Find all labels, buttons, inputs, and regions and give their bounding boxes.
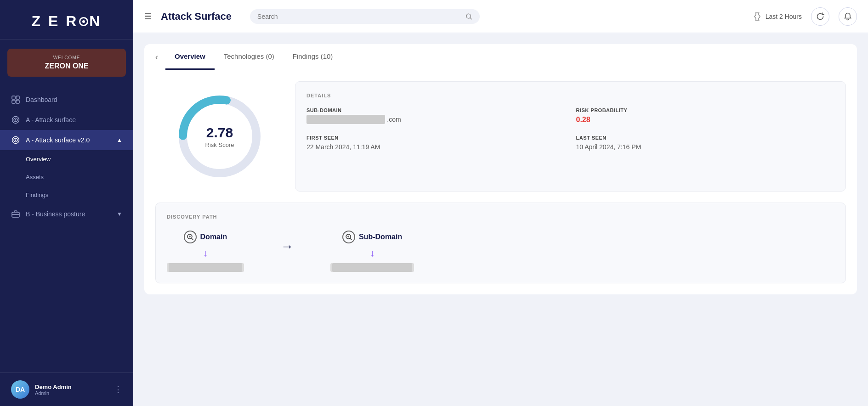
last-seen-label: LAST SEEN [576,135,835,141]
search-icon [465,13,472,20]
subdomain-node-header: Sub-Domain [342,231,402,243]
logo-icon [79,17,88,26]
header-right: Last 2 Hours [753,7,857,26]
domain-node-header: Domain [184,231,227,243]
donut-center: 2.78 Risk Score [205,125,234,148]
subdomain-node: Sub-Domain ↓ videosecurity.adityabhat.co… [330,231,414,272]
details-title: DETAILS [306,93,834,98]
sidebar: Z E R N WELCOME ZERON ONE Dashboard [0,0,133,406]
sidebar-item-dashboard[interactable]: Dashboard [0,90,133,110]
svg-rect-2 [12,100,15,103]
subdomain-value: adityabhat.adityabhat.com .com [306,116,565,123]
main-card: 2.78 Risk Score DETAILS SUB-DOMAIN adity… [144,70,857,294]
user-info: Demo Admin Admin [35,383,108,396]
overview-label: Overview [26,156,51,163]
svg-point-6 [15,119,17,121]
risk-score-label: Risk Score [205,141,234,148]
details-card: DETAILS SUB-DOMAIN adityabhat.adityabhat… [295,81,846,192]
refresh-button[interactable] [811,7,829,26]
svg-rect-0 [12,96,15,99]
donut-chart: 2.78 Risk Score [174,90,266,182]
risk-score-value: 2.78 [205,125,234,141]
avatar: DA [11,380,29,399]
subdomain-field: SUB-DOMAIN adityabhat.adityabhat.com .co… [306,107,565,124]
domain-node: Domain ↓ adityabhat.adityabhat.com [167,231,244,272]
discovery-section: DISCOVERY PATH [155,203,846,283]
welcome-name: ZERON ONE [15,62,119,70]
sidebar-item-business-posture[interactable]: B - Business posture ▼ [0,204,133,224]
welcome-label: WELCOME [15,55,119,60]
tab-findings[interactable]: Findings (10) [284,44,342,70]
sidebar-footer: DA Demo Admin Admin ⋮ [0,372,133,406]
attack-surface-label: A - Attack surface [26,116,76,124]
first-seen-field: FIRST SEEN 22 March 2024, 11:19 AM [306,135,565,151]
briefcase-icon [11,209,20,219]
bell-icon [844,12,852,21]
grid-icon [11,95,20,104]
target-icon-1 [11,115,20,124]
sidebar-item-assets[interactable]: Assets [0,168,133,186]
logo: Z E R N [32,13,102,30]
svg-rect-3 [16,100,19,103]
svg-point-9 [15,140,17,141]
search-bar[interactable] [250,9,480,24]
svg-line-21 [350,238,352,240]
welcome-box: WELCOME ZERON ONE [7,49,126,77]
path-arrow: → [281,239,294,254]
subdomain-arrow-down: ↓ [370,248,374,259]
search-input[interactable] [257,13,462,20]
risk-probability-value: 0.28 [576,116,835,124]
sidebar-item-findings[interactable]: Findings [0,186,133,204]
dashboard-label: Dashboard [26,96,57,103]
logo-area: Z E R N [0,0,133,39]
domain-label: Domain [200,233,227,241]
sidebar-item-overview[interactable]: Overview [0,150,133,168]
svg-line-13 [470,17,471,19]
domain-value: adityabhat.adityabhat.com [167,263,244,272]
chevron-up-icon: ▲ [117,137,122,143]
time-filter-label: Last 2 Hours [766,13,802,20]
back-button[interactable]: ‹ [155,45,158,69]
content-area: ‹ Overview Technologies (0) Findings (10… [133,33,868,406]
business-posture-label: B - Business posture [26,210,85,218]
chevron-down-icon: ▼ [117,211,122,217]
first-seen-value: 22 March 2024, 11:19 AM [306,143,565,151]
notification-button[interactable] [839,7,857,26]
page-title: Attack Surface [161,11,232,23]
more-options-button[interactable]: ⋮ [114,384,122,395]
attack-surface-v2-label: A - Attack surface v2.0 [26,136,90,144]
subdomain-node-value: videosecurity.adityabhat.com [330,263,414,272]
main-content: ☰ Attack Surface Last 2 Hours [133,0,868,406]
sidebar-item-attack-surface[interactable]: A - Attack surface [0,110,133,130]
sidebar-item-attack-surface-v2[interactable]: A - Attack surface v2.0 ▲ [0,130,133,150]
first-seen-label: FIRST SEEN [306,135,565,141]
svg-rect-1 [16,96,19,99]
risk-probability-field: RISK PROBABILITY 0.28 [576,107,835,124]
sidebar-nav: Dashboard A - Attack surface [0,86,133,372]
subdomain-search-icon [342,231,355,243]
discovery-title: DISCOVERY PATH [167,214,834,220]
svg-line-17 [191,238,193,240]
tabs-area: ‹ Overview Technologies (0) Findings (10… [144,44,857,70]
assets-label: Assets [26,174,44,180]
details-grid: SUB-DOMAIN adityabhat.adityabhat.com .co… [306,107,834,151]
subdomain-label: SUB-DOMAIN [306,107,565,113]
tab-overview[interactable]: Overview [165,44,215,70]
hourglass-icon [753,12,762,21]
user-name: Demo Admin [35,383,108,390]
findings-label: Findings [26,192,48,198]
target-icon-2 [11,135,20,145]
risk-probability-label: RISK PROBABILITY [576,107,835,113]
refresh-icon [816,12,824,21]
header: ☰ Attack Surface Last 2 Hours [133,0,868,33]
time-filter[interactable]: Last 2 Hours [753,12,802,21]
domain-arrow-down: ↓ [203,248,208,259]
tab-technologies[interactable]: Technologies (0) [215,44,284,70]
hamburger-button[interactable]: ☰ [144,11,152,22]
user-role: Admin [35,390,108,396]
top-row: 2.78 Risk Score DETAILS SUB-DOMAIN adity… [155,81,846,192]
risk-score-area: 2.78 Risk Score [155,81,284,192]
subdomain-node-label: Sub-Domain [359,233,402,241]
domain-search-icon [184,231,197,243]
last-seen-value: 10 April 2024, 7:16 PM [576,143,835,151]
